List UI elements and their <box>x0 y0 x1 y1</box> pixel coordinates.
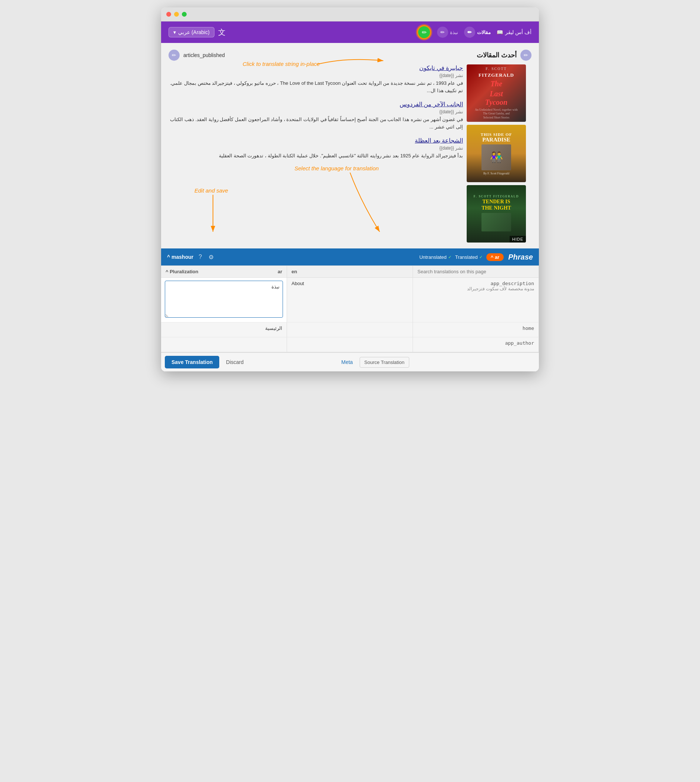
translation-en-app-author <box>287 337 413 352</box>
ar-badge-label: ^ ar <box>491 255 500 260</box>
save-translation-button[interactable]: Save Translation <box>165 356 219 368</box>
articles-text-column: جيابيرة في تايكون نشر {{date}} في عام 19… <box>168 65 463 243</box>
book-icon: 📖 <box>497 29 503 35</box>
discard-button[interactable]: Discard <box>222 356 247 368</box>
browser-window: ▾ عربي (Arabic) 文 ✏ ✏ نبذة ✏ مقالات 📖 أف… <box>161 7 539 371</box>
nav-articles[interactable]: ✏ مقالات <box>464 27 491 38</box>
book-covers-column: F. SCOTT FITZGERALD The Last Tycoon An U… <box>467 65 532 243</box>
action-bar-right <box>413 352 539 371</box>
translation-edit-cell: نبذة <box>161 278 287 323</box>
pluralization-header: ^ Pluralization <box>165 269 198 275</box>
action-bar: Save Translation Discard <box>161 352 287 371</box>
book-cover-2: This Side of Paradise 👫 By F. Scott Fitz… <box>467 125 526 182</box>
question-icon[interactable]: ? <box>197 252 203 262</box>
source-translation-button[interactable]: Source Translation <box>360 357 409 368</box>
phrase-toolbar-left: ^ mashour ? ⚙ Untranslated ✓ Translated … <box>167 252 504 262</box>
article-date-2: نشر {{date}} <box>168 109 463 115</box>
ar-language-badge[interactable]: ^ ar <box>486 253 504 261</box>
en-col-label: en <box>292 269 297 275</box>
translated-filter[interactable]: Translated ✓ <box>455 255 483 260</box>
main-content: ✏ articles_published أحدث المقالات ✏ جيا… <box>161 43 539 248</box>
nav-nabd[interactable]: ✏ نبذة <box>437 27 458 38</box>
main-area: ✏ articles_published أحدث المقالات ✏ جيا… <box>161 43 539 371</box>
articles-area: جيابيرة في تايكون نشر {{date}} في عام 19… <box>161 62 539 245</box>
content-top: ✏ articles_published أحدث المقالات ✏ <box>161 47 539 62</box>
article-title-1[interactable]: جيابيرة في تايكون <box>168 65 463 72</box>
article-date-3: نشر {{date}} <box>168 145 463 151</box>
article-body-3: بدأ فيتزجيرالد الرواية عام 1925 بعد نشر … <box>168 152 463 160</box>
article-title-2[interactable]: الجانب الآخر من الفردوس <box>168 101 463 108</box>
translation-key-home: home <box>413 323 539 337</box>
language-selector[interactable]: ▾ عربي (Arabic) <box>168 27 215 37</box>
ar-col-label: ar <box>278 269 282 275</box>
nav-articles-label: مقالات <box>477 30 491 35</box>
site-name: 📖 أف أس ليڤر <box>497 29 532 35</box>
translated-check: ✓ <box>479 255 483 260</box>
settings-icon[interactable]: ⚙ <box>207 252 215 262</box>
phrase-toolbar: ^ mashour ? ⚙ Untranslated ✓ Translated … <box>161 248 539 266</box>
mashour-label[interactable]: ^ mashour <box>167 254 193 260</box>
phrase-title: Phrase <box>508 253 533 261</box>
purple-toolbar: ▾ عربي (Arabic) 文 ✏ ✏ نبذة ✏ مقالات 📖 أف… <box>161 22 539 43</box>
untranslated-label: Untranslated <box>419 255 447 260</box>
articles-published-label: articles_published <box>183 52 225 58</box>
article-title-3[interactable]: الشجاعة بعد العظلة <box>168 137 463 144</box>
minimize-button[interactable] <box>174 12 179 17</box>
col-header-ar: ^ Pluralization ar <box>161 266 287 278</box>
hide-badge[interactable]: HIDE <box>510 236 526 243</box>
translation-key-app-description: app_description مدونة مخصصة لأف سكوت فتز… <box>413 278 539 323</box>
title-bar <box>161 7 539 22</box>
section-title: أحدث المقالات <box>477 51 517 59</box>
translation-en-home <box>287 323 413 337</box>
site-name-label: أف أس ليڤر <box>505 29 532 35</box>
translation-table: ^ Pluralization ar en نبذة About app_des… <box>161 266 539 371</box>
article-item-2: الجانب الآخر من الفردوس نشر {{date}} في … <box>168 101 463 130</box>
nav-nabd-label: نبذة <box>450 30 458 35</box>
maximize-button[interactable] <box>182 12 187 17</box>
article-item-3: الشجاعة بعد العظلة نشر {{date}} بدأ فيتز… <box>168 137 463 160</box>
articles-pencil-icon: ✏ <box>464 27 475 38</box>
search-input[interactable] <box>417 269 534 275</box>
translate-pencil-button[interactable]: ✏ <box>417 25 431 39</box>
toolbar-right: ✏ ✏ نبذة ✏ مقالات 📖 أف أس ليڤر <box>417 25 532 39</box>
translated-label: Translated <box>455 255 478 260</box>
article-item-1: جيابيرة في تايكون نشر {{date}} في عام 19… <box>168 65 463 94</box>
article-body-1: في عام 1993 ، تم نشر نسخة جديدة من الروا… <box>168 80 463 94</box>
pencil-icon: ✏ <box>422 29 427 36</box>
untranslated-check: ✓ <box>448 255 452 260</box>
chevron-down-icon: ▾ <box>173 29 176 35</box>
translation-ar-home: الرئيسية <box>161 323 287 337</box>
col-header-search <box>413 266 539 278</box>
translation-ar-app-author <box>161 337 287 352</box>
article-date-1: نشر {{date}} <box>168 73 463 78</box>
close-button[interactable] <box>166 12 171 17</box>
toolbar-left: ▾ عربي (Arabic) 文 <box>168 27 225 37</box>
lang-label: عربي (Arabic) <box>178 29 210 35</box>
meta-button[interactable]: Meta <box>337 356 356 368</box>
nabd-pencil-icon: ✏ <box>437 27 448 38</box>
translation-key-app-author: app_author <box>413 337 539 352</box>
untranslated-filter[interactable]: Untranslated ✓ <box>419 255 452 260</box>
action-bar-meta: Meta Source Translation <box>287 352 413 371</box>
col-header-en: en <box>287 266 413 278</box>
article-body-2: في غضون أشهر من نشره هذا الجانب من الجنة… <box>168 116 463 130</box>
book-cover-3: F. SCOTT FITZGERALD TENDER ISTHE NIGHT H… <box>467 185 526 243</box>
translation-textarea[interactable]: نبذة <box>165 281 283 318</box>
translate-icon: 文 <box>218 27 225 37</box>
edit-pencil-top-right[interactable]: ✏ <box>520 50 532 61</box>
edit-pencil-top-left[interactable]: ✏ <box>168 50 180 61</box>
translation-en-about: About <box>287 278 413 323</box>
book-cover-1: F. SCOTT FITZGERALD The Last Tycoon An U… <box>467 65 526 122</box>
